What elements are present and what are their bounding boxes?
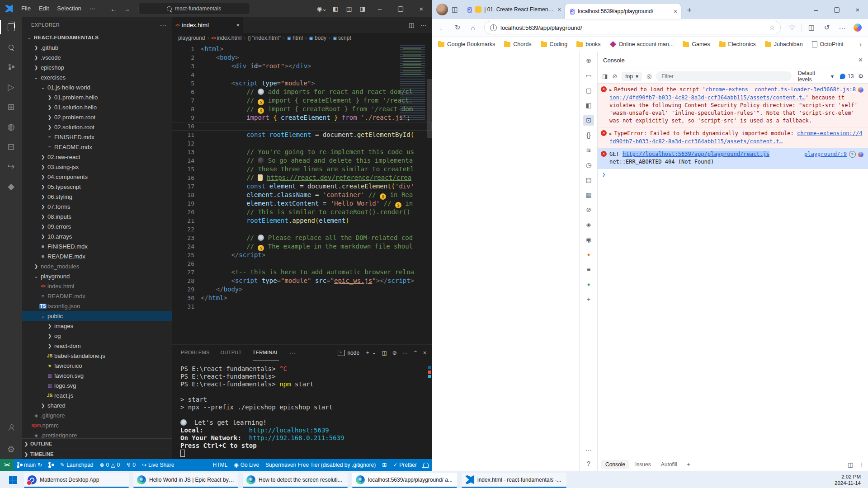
tree-item-01-problem-hello[interactable]: ❯01.problem.hello	[22, 92, 172, 102]
code-line[interactable]: 17 const element = document.createElemen…	[172, 182, 432, 191]
dock-side-icon[interactable]: ◫	[848, 461, 853, 468]
menu-more[interactable]: ···	[85, 3, 99, 14]
bookmark-books[interactable]: books	[576, 41, 600, 47]
copilot-button[interactable]	[854, 23, 862, 32]
terminal[interactable]: PS E:\react-fundamentals> ^CPS E:\react-…	[172, 361, 432, 459]
code-line[interactable]: 28 <script type="module" src="epic_ws.js…	[172, 277, 432, 285]
editor-scrollbar[interactable]	[427, 79, 432, 138]
tree-item-readme-mdx[interactable]: ≡README.mdx	[22, 291, 172, 301]
gitlens-icon[interactable]: ◆	[0, 176, 22, 196]
menu-file[interactable]: File	[17, 3, 35, 14]
status-launchpad[interactable]: ✎Launchpad	[57, 459, 96, 471]
security-icon[interactable]: ⊘	[583, 204, 594, 215]
status-problems[interactable]: ⊗0△0	[97, 459, 123, 471]
code-line[interactable]: 7 // import { createElement } from '/rea…	[172, 96, 432, 105]
taskbar-button-localhost-5639-app-playground-[interactable]: localhost:5639/app/playground/ a...	[352, 473, 457, 488]
tree-item-exercises[interactable]: ⌄exercises	[22, 72, 172, 82]
favorite-star-icon[interactable]: ☆	[769, 24, 775, 31]
status-liveshare[interactable]: ↪Live Share	[139, 459, 177, 471]
forward-arrow-icon[interactable]: →	[123, 5, 130, 13]
browser-close-button[interactable]: ×	[847, 1, 868, 18]
breadcrumb-item-script[interactable]: script	[338, 35, 351, 41]
timeline-section[interactable]: ❯ TIMELINE	[22, 449, 172, 459]
search-icon[interactable]	[0, 37, 22, 57]
application-icon[interactable]: ▦	[583, 189, 594, 200]
tree-item-github[interactable]: ❯.github	[22, 42, 172, 52]
code-line[interactable]: 10	[172, 122, 432, 131]
bookmark-coding[interactable]: Coding	[541, 41, 568, 47]
bookmark-electronics[interactable]: Electronics	[719, 41, 756, 47]
editor-more-icon[interactable]: ···	[420, 22, 426, 28]
tree-item-08-inputs[interactable]: ❯08.inputs	[22, 211, 172, 221]
issues-counter[interactable]: 13	[840, 73, 854, 80]
code-line[interactable]: 16 // https://react.dev/reference/react/…	[172, 174, 432, 182]
tree-item-playground[interactable]: ⌄playground	[22, 271, 172, 281]
status-lang[interactable]: HTML	[210, 459, 231, 471]
code-line[interactable]: 5 <script type="module">	[172, 79, 432, 88]
maximize-panel-icon[interactable]: ⌃	[413, 350, 418, 356]
minimap[interactable]	[400, 45, 425, 122]
status-gitlens[interactable]	[45, 459, 57, 471]
vscode-maximize-button[interactable]: ▢	[390, 0, 411, 17]
code-line[interactable]: 29 </body>	[172, 285, 432, 294]
close-tab-icon[interactable]: ×	[557, 6, 561, 13]
console-filter-input[interactable]	[656, 71, 792, 81]
tree-item-vscode[interactable]: ❯.vscode	[22, 52, 172, 62]
remote-explorer-icon[interactable]: ⊟	[0, 136, 22, 156]
bookmark-juhachiban[interactable]: Juhachiban	[765, 41, 803, 47]
browser-tab-01-create-react-elements-0[interactable]: | 01. Create React Elements | 0×	[462, 2, 565, 17]
device-toolbar-icon[interactable]: ▭	[583, 70, 594, 81]
extension-orange-icon[interactable]: ●	[583, 249, 594, 260]
code-line[interactable]: 3 <div id="root"></div>	[172, 62, 432, 70]
tree-item-02-problem-root[interactable]: ❯02.problem.root	[22, 112, 172, 122]
tree-item-npmrc[interactable]: npm.npmrc	[22, 420, 172, 430]
drawer-tab-console[interactable]: Console	[601, 460, 629, 469]
tree-item-react-dom[interactable]: ❯react-dom	[22, 341, 172, 351]
bookmark-google-bookmarks[interactable]: Google Bookmarks	[438, 41, 495, 47]
taskbar-button-how-to-detect-the-screen-resol[interactable]: How to detect the screen resoluti...	[243, 473, 348, 488]
welcome-icon[interactable]: ▢	[583, 85, 594, 96]
bookmark-octoprint[interactable]: OctoPrint	[812, 41, 844, 47]
run-and-debug-icon[interactable]: ▷	[0, 77, 22, 97]
kill-terminal-icon[interactable]: ⊘	[392, 350, 397, 356]
command-center-search[interactable]: react-fundamentals	[138, 3, 250, 14]
tree-item-babel-standalone-js[interactable]: JSbabel-standalone.js	[22, 351, 172, 361]
browser-tab-localhost-5639-app-playground[interactable]: localhost:5639/app/playground/×	[565, 4, 681, 19]
vscode-minimize-button[interactable]: –	[369, 0, 390, 17]
testing-icon[interactable]: ◍	[0, 117, 22, 136]
sources-icon[interactable]: {}	[583, 130, 594, 141]
tree-item-readme-mdx[interactable]: ≡README.mdx	[22, 142, 172, 152]
tree-item-index-html[interactable]: <>index.html	[22, 281, 172, 291]
drawer-tab-issues[interactable]: Issues	[631, 460, 655, 469]
explorer-icon[interactable]	[0, 17, 22, 37]
new-terminal-icon[interactable]: ＋ ⌄	[365, 349, 376, 357]
panel-more-icon[interactable]: ···	[290, 349, 296, 356]
status-branch[interactable]: main↻	[14, 459, 45, 471]
expand-triangle-icon[interactable]: ▶	[609, 131, 612, 136]
tree-item-node-modules[interactable]: ❯node_modules	[22, 261, 172, 271]
code-line[interactable]: 1<html>	[172, 45, 432, 53]
clear-console-icon[interactable]: ⊘	[612, 73, 617, 80]
taskbar-button-index-html-react-fundamentals[interactable]: index.html - react-fundamentals -...	[462, 473, 566, 488]
bookmarks-overflow-chevron-icon[interactable]: ›	[859, 41, 862, 48]
breadcrumb-item-index-html[interactable]: "index.html"	[252, 35, 281, 41]
code-line[interactable]: 2 <body>	[172, 53, 432, 62]
log-levels-dropdown[interactable]: Default levels ▾	[798, 70, 834, 83]
code-line[interactable]: 19 element.textContent = 'Hello World' /…	[172, 199, 432, 208]
taskbar-button-hello-world-in-js-epic-react-b[interactable]: Hello World in JS | Epic React by K...	[133, 473, 238, 488]
toggle-sidebar-icon[interactable]: ◧	[329, 5, 342, 12]
start-button[interactable]	[4, 471, 22, 488]
page-content[interactable]: ⊕▭▢◧⊡{}≋◷▤▦⊘◈◉●≡●+···? Console × ◨ ⊘ top…	[432, 52, 868, 471]
code-line[interactable]: 23 // Please replace all the DOM-related…	[172, 234, 432, 242]
bookmark-online-account-man[interactable]: Online account man...	[610, 41, 674, 47]
message-link[interactable]: http://localhost:5639/app/playground/rea…	[623, 151, 769, 157]
tree-item-gitignore[interactable]: ◈.gitignore	[22, 410, 172, 420]
profile-avatar[interactable]	[436, 4, 448, 15]
tree-item-public[interactable]: ⌄public	[22, 311, 172, 321]
menu-selection[interactable]: Selection	[53, 3, 85, 14]
extensions-icon[interactable]: ⊞	[0, 97, 22, 117]
code-line[interactable]: 20 // This is similar to createRoot().re…	[172, 208, 432, 216]
bookmark-chords[interactable]: Chords	[504, 41, 531, 47]
code-line[interactable]: 11 const rootElement = document.getEleme…	[172, 131, 432, 139]
code-line[interactable]: 9 import { createElement } from './react…	[172, 113, 432, 122]
